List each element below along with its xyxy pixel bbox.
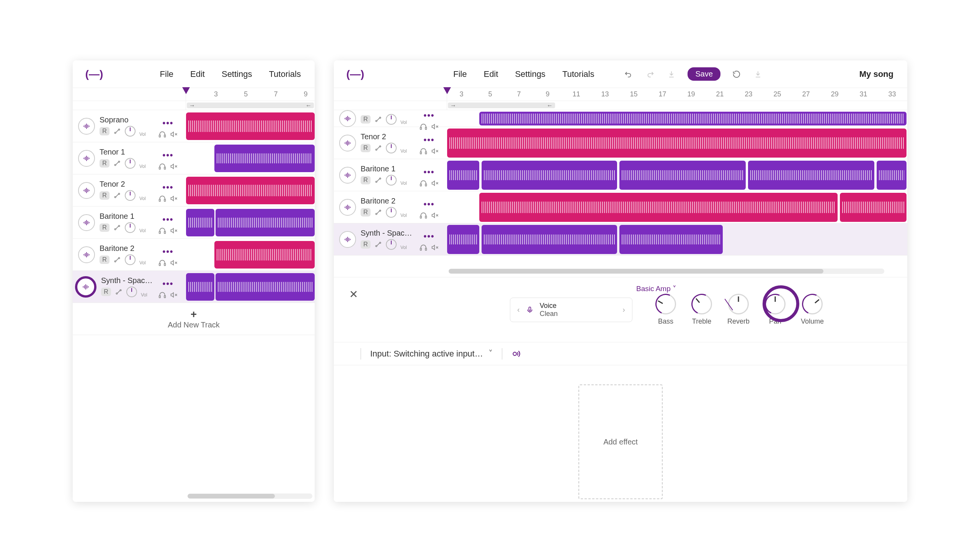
- more-icon[interactable]: •••: [162, 215, 174, 225]
- more-icon[interactable]: •••: [423, 199, 435, 209]
- audio-clip[interactable]: [186, 177, 315, 204]
- headphones-icon[interactable]: [159, 195, 166, 202]
- automation-icon[interactable]: [113, 192, 121, 199]
- knob-dial[interactable]: [802, 294, 823, 315]
- volume-knob[interactable]: [126, 287, 137, 297]
- headphones-icon[interactable]: [159, 291, 166, 299]
- volume-knob[interactable]: [125, 158, 135, 169]
- headphones-icon[interactable]: [159, 130, 166, 138]
- audio-clip[interactable]: [186, 209, 214, 237]
- audio-clip[interactable]: [748, 161, 875, 190]
- waveform-icon[interactable]: [339, 110, 356, 127]
- volume-knob[interactable]: [386, 143, 396, 153]
- export-icon[interactable]: [753, 69, 763, 80]
- automation-icon[interactable]: [113, 160, 121, 167]
- mute-icon[interactable]: [431, 244, 439, 251]
- undo-icon[interactable]: [623, 69, 634, 80]
- record-arm-button[interactable]: R: [100, 223, 109, 232]
- waveform-icon[interactable]: [75, 276, 97, 298]
- audio-clip[interactable]: [479, 112, 906, 125]
- mute-icon[interactable]: [170, 163, 177, 170]
- zoom-left-arrow-icon[interactable]: →: [189, 102, 195, 109]
- knob-dial[interactable]: [728, 294, 749, 315]
- more-icon[interactable]: •••: [423, 110, 435, 120]
- record-arm-button[interactable]: R: [361, 176, 371, 184]
- volume-knob[interactable]: [125, 190, 135, 201]
- preset-selector[interactable]: ‹ Voice Clean ›: [510, 298, 632, 322]
- horizontal-scrollbar[interactable]: [449, 268, 884, 274]
- volume-knob[interactable]: [125, 254, 135, 265]
- preset-prev-icon[interactable]: ‹: [517, 305, 520, 314]
- download-icon[interactable]: [666, 69, 677, 80]
- amp-selector[interactable]: Basic Amp ˅: [636, 284, 676, 293]
- audio-clip[interactable]: [447, 161, 479, 190]
- mute-icon[interactable]: [431, 147, 439, 155]
- audio-clip[interactable]: [214, 145, 315, 172]
- audio-clip[interactable]: [619, 225, 723, 254]
- more-icon[interactable]: •••: [423, 167, 435, 177]
- audio-clip[interactable]: [619, 161, 746, 190]
- headphones-icon[interactable]: [420, 147, 427, 155]
- audio-clip[interactable]: [482, 161, 617, 190]
- record-arm-button[interactable]: R: [361, 240, 371, 248]
- zoom-track[interactable]: → ←: [448, 103, 555, 108]
- waveform-icon[interactable]: [78, 118, 95, 135]
- menu-tutorials[interactable]: Tutorials: [562, 69, 595, 79]
- mute-icon[interactable]: [431, 179, 439, 187]
- waveform-icon[interactable]: [339, 199, 356, 216]
- more-icon[interactable]: •••: [162, 279, 174, 289]
- headphones-icon[interactable]: [159, 163, 166, 170]
- waveform-icon[interactable]: [78, 214, 95, 231]
- chevron-down-icon[interactable]: ˅: [488, 349, 493, 359]
- close-icon[interactable]: ✕: [349, 288, 358, 301]
- knob-bass[interactable]: Bass: [656, 294, 676, 325]
- mute-icon[interactable]: [431, 212, 439, 219]
- redo-icon[interactable]: [645, 69, 656, 80]
- zoom-right-arrow-icon[interactable]: ←: [306, 102, 312, 109]
- timeline-ruler[interactable]: 3579: [186, 88, 315, 101]
- waveform-icon[interactable]: [339, 135, 356, 152]
- audio-clip[interactable]: [214, 241, 315, 268]
- mute-icon[interactable]: [170, 195, 177, 202]
- headphones-icon[interactable]: [159, 259, 166, 267]
- more-icon[interactable]: •••: [423, 135, 435, 145]
- knob-pan[interactable]: Pan: [765, 294, 786, 325]
- mute-icon[interactable]: [170, 227, 177, 235]
- menu-tutorials[interactable]: Tutorials: [269, 69, 301, 79]
- monitor-speaker-icon[interactable]: [512, 349, 522, 359]
- waveform-icon[interactable]: [339, 231, 356, 248]
- audio-clip[interactable]: [840, 193, 906, 222]
- horizontal-scrollbar[interactable]: [187, 493, 313, 499]
- knob-dial[interactable]: [691, 294, 712, 315]
- record-arm-button[interactable]: R: [361, 144, 371, 152]
- audio-clip[interactable]: [876, 161, 906, 190]
- menu-settings[interactable]: Settings: [222, 69, 252, 79]
- timeline-ruler[interactable]: 3579111315171921232527293133: [447, 88, 907, 101]
- waveform-icon[interactable]: [78, 182, 95, 199]
- volume-knob[interactable]: [386, 175, 396, 185]
- automation-icon[interactable]: [113, 224, 121, 232]
- zoom-right-arrow-icon[interactable]: ←: [547, 102, 553, 109]
- audio-clip[interactable]: [216, 209, 315, 237]
- automation-icon[interactable]: [375, 208, 382, 216]
- audio-clip[interactable]: [186, 112, 315, 140]
- scrollbar-thumb[interactable]: [449, 269, 823, 273]
- headphones-icon[interactable]: [420, 212, 427, 219]
- audio-clip[interactable]: [447, 128, 906, 158]
- more-icon[interactable]: •••: [162, 118, 174, 128]
- audio-clip[interactable]: [479, 193, 838, 222]
- menu-settings[interactable]: Settings: [515, 69, 545, 79]
- record-arm-button[interactable]: R: [100, 159, 109, 168]
- menu-file[interactable]: File: [453, 69, 467, 79]
- automation-icon[interactable]: [375, 144, 382, 152]
- menu-edit[interactable]: Edit: [190, 69, 205, 79]
- mute-icon[interactable]: [170, 291, 177, 299]
- record-arm-button[interactable]: R: [361, 115, 371, 123]
- knob-volume[interactable]: Volume: [801, 294, 824, 325]
- waveform-icon[interactable]: [339, 167, 356, 183]
- audio-clip[interactable]: [216, 273, 315, 301]
- waveform-icon[interactable]: [78, 150, 95, 167]
- add-effect-slot[interactable]: Add effect: [579, 385, 663, 499]
- more-icon[interactable]: •••: [162, 247, 174, 257]
- headphones-icon[interactable]: [420, 244, 427, 251]
